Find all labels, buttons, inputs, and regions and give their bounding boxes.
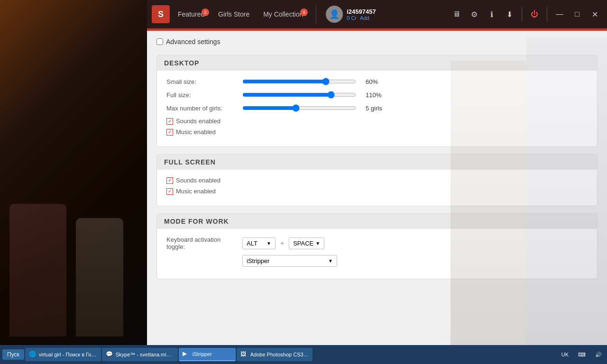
add-credits-link[interactable]: Add xyxy=(360,15,369,21)
desktop-sounds-label[interactable]: Sounds enabled xyxy=(176,118,221,125)
featured-badge: 2 xyxy=(202,9,209,16)
desktop-music-label[interactable]: Music enabled xyxy=(176,128,216,136)
desktop-music-row: ✓ Music enabled xyxy=(166,128,588,136)
small-size-label: Small size: xyxy=(166,78,238,85)
title-bar-right: 🖥 ⚙ ℹ ⬇ ⏻ — □ ✕ xyxy=(449,7,602,22)
minimize-button[interactable]: — xyxy=(552,7,567,22)
advanced-settings-row: Advanced settings xyxy=(156,38,598,46)
fullscreen-sounds-label[interactable]: Sounds enabled xyxy=(176,177,221,184)
fullscreen-section-header: FULL SCREEN xyxy=(157,155,597,170)
fullscreen-section: FULL SCREEN ✓ Sounds enabled ✓ Music ena… xyxy=(156,154,598,206)
user-info: i24597457 0 Cr Add xyxy=(347,8,376,21)
alt-key-dropdown[interactable]: ALT ▼ xyxy=(242,237,276,249)
background-left xyxy=(0,0,147,355)
photoshop-label: Adobe Photoshop CS3 - ... xyxy=(250,352,309,357)
taskbar-photoshop[interactable]: 🖼 Adobe Photoshop CS3 - ... xyxy=(237,348,313,361)
volume-icon[interactable]: 🔊 xyxy=(592,351,605,359)
keyboard-toggle-label: Keyboard activation toggle: xyxy=(166,236,238,250)
title-bar: S Featured 2 Girls Store My Collection 6… xyxy=(147,0,607,28)
tb-divider xyxy=(522,7,522,21)
fullscreen-music-checkbox[interactable]: ✓ xyxy=(166,188,173,195)
logo-button[interactable]: S xyxy=(152,5,170,23)
fullscreen-music-row: ✓ Music enabled xyxy=(166,188,588,195)
taskbar-skype[interactable]: 💬 Skype™ - svetlana.mihal... xyxy=(102,348,178,361)
app-dropdown-row: iStripper ▼ xyxy=(166,255,588,267)
avatar[interactable]: 👤 xyxy=(326,6,343,23)
istripper-icon: ▶ xyxy=(183,350,190,358)
desktop-sounds-checkbox[interactable]: ✓ xyxy=(166,118,173,125)
chrome-label: virtual girl - Поиск в Гоо... xyxy=(39,352,97,357)
start-button[interactable]: Пуск xyxy=(2,349,24,360)
download-icon[interactable]: ⬇ xyxy=(502,7,517,22)
monitor-icon[interactable]: 🖥 xyxy=(449,7,464,22)
keyboard-toggle-row: Keyboard activation toggle: ALT ▼ + SPAC… xyxy=(166,236,588,250)
fullscreen-music-label[interactable]: Music enabled xyxy=(176,188,216,195)
space-key-dropdown[interactable]: SPACE ▼ xyxy=(289,237,324,249)
taskbar-istripper[interactable]: ▶ iStripper xyxy=(179,348,236,361)
fullscreen-sounds-checkbox[interactable]: ✓ xyxy=(166,177,173,184)
maximize-button[interactable]: □ xyxy=(570,7,585,22)
settings-content: Advanced settings DESKTOP Small size: 60… xyxy=(147,31,607,355)
taskbar-right: UK ⌨ 🔊 xyxy=(559,351,605,359)
keyboard-icon[interactable]: ⌨ xyxy=(575,351,589,359)
nav-my-collection[interactable]: My Collection 6 xyxy=(258,8,309,21)
max-girls-label: Max number of girls: xyxy=(166,105,238,112)
power-button[interactable]: ⏻ xyxy=(527,7,542,22)
nav-divider xyxy=(316,5,316,24)
username: i24597457 xyxy=(347,8,376,15)
taskbar-chrome[interactable]: 🌐 virtual girl - Поиск в Гоо... xyxy=(25,348,101,361)
mode-for-work-section: MODE FOR WORK Keyboard activation toggle… xyxy=(156,213,598,279)
info-icon[interactable]: ℹ xyxy=(484,7,499,22)
desktop-music-checkbox[interactable]: ✓ xyxy=(166,129,173,136)
close-button[interactable]: ✕ xyxy=(587,7,602,22)
girl-figure-1 xyxy=(9,204,66,337)
app-window: S Featured 2 Girls Store My Collection 6… xyxy=(147,0,607,355)
app-select-dropdown[interactable]: iStripper ▼ xyxy=(242,255,337,267)
chrome-icon: 🌐 xyxy=(29,351,37,358)
nav-featured[interactable]: Featured 2 xyxy=(172,8,210,21)
skype-label: Skype™ - svetlana.mihal... xyxy=(116,352,174,357)
full-size-row: Full size: 110% xyxy=(166,91,588,99)
taskbar: Пуск 🌐 virtual girl - Поиск в Гоо... 💬 S… xyxy=(0,345,607,364)
small-size-value: 60% xyxy=(366,78,387,85)
photoshop-icon: 🖼 xyxy=(240,351,248,358)
collection-badge: 6 xyxy=(300,9,308,16)
credits: 0 Cr Add xyxy=(347,15,376,21)
tb-divider-2 xyxy=(547,7,547,21)
plus-sign: + xyxy=(280,239,284,247)
small-size-slider[interactable] xyxy=(242,78,356,85)
small-size-row: Small size: 60% xyxy=(166,78,588,85)
max-girls-slider[interactable] xyxy=(242,104,356,112)
desktop-section-header: DESKTOP xyxy=(157,55,597,71)
max-girls-value: 5 girls xyxy=(366,105,387,112)
keyboard-layout[interactable]: UK xyxy=(559,351,571,358)
desktop-sounds-row: ✓ Sounds enabled xyxy=(166,118,588,125)
max-girls-row: Max number of girls: 5 girls xyxy=(166,104,588,112)
mode-for-work-body: Keyboard activation toggle: ALT ▼ + SPAC… xyxy=(157,229,597,279)
user-section: 👤 i24597457 0 Cr Add xyxy=(326,6,376,23)
advanced-settings-label[interactable]: Advanced settings xyxy=(166,38,220,46)
advanced-settings-checkbox[interactable] xyxy=(156,38,163,45)
skype-icon: 💬 xyxy=(106,351,113,358)
full-size-label: Full size: xyxy=(166,91,238,99)
fullscreen-sounds-row: ✓ Sounds enabled xyxy=(166,177,588,184)
nav-girls-store[interactable]: Girls Store xyxy=(212,8,255,21)
settings-icon[interactable]: ⚙ xyxy=(467,7,482,22)
girl-figure-2 xyxy=(76,218,123,337)
full-size-slider[interactable] xyxy=(242,91,356,99)
full-size-value: 110% xyxy=(366,91,387,99)
mode-for-work-header: MODE FOR WORK xyxy=(157,214,597,229)
istripper-label: iStripper xyxy=(193,351,212,357)
fullscreen-section-body: ✓ Sounds enabled ✓ Music enabled xyxy=(157,170,597,206)
desktop-section: DESKTOP Small size: 60% Full size: 110% … xyxy=(156,55,598,147)
desktop-section-body: Small size: 60% Full size: 110% Max numb… xyxy=(157,71,597,146)
